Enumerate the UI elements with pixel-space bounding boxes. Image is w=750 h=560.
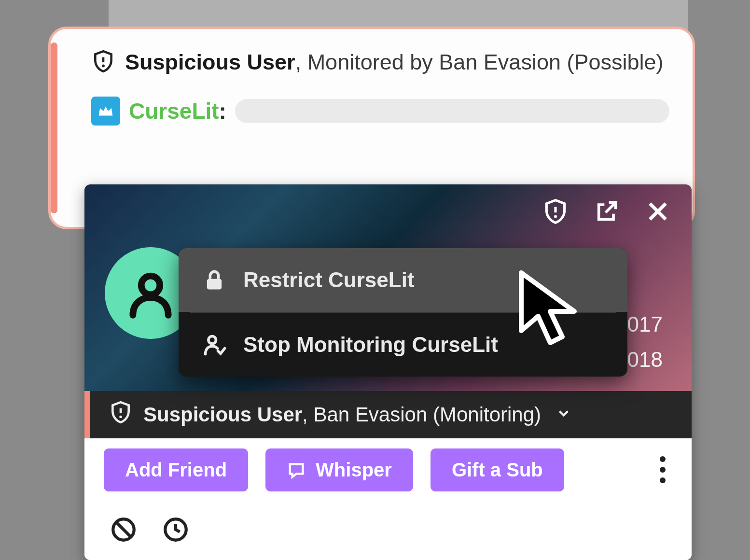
status-text: Suspicious User, Ban Evasion (Monitoring… [143,403,541,426]
close-icon[interactable] [644,198,671,227]
add-friend-button[interactable]: Add Friend [104,448,248,491]
menu-item-restrict[interactable]: Restrict CurseLit [179,248,627,312]
gift-sub-button[interactable]: Gift a Sub [431,448,564,491]
svg-line-12 [116,522,131,537]
accent-stripe [84,391,90,438]
popout-icon[interactable] [593,198,620,227]
chat-message-redacted [235,99,669,123]
button-label: Gift a Sub [452,459,543,481]
button-label: Add Friend [125,459,227,481]
suspicious-user-notice: Suspicious User, Monitored by Ban Evasio… [78,45,669,83]
menu-item-label: Stop Monitoring CurseLit [243,333,498,357]
svg-point-8 [208,336,216,344]
svg-point-10 [119,416,122,418]
menu-item-label: Restrict CurseLit [243,268,415,292]
mod-icons-row [84,501,692,560]
svg-point-1 [102,64,105,67]
lock-icon [202,267,227,293]
shield-alert-icon [91,49,115,83]
user-popout-card: 2017 2018 Restrict CurseLit Stop Monitor… [84,184,692,560]
svg-point-3 [554,215,557,218]
shield-alert-icon [109,400,133,429]
button-label: Whisper [316,459,392,481]
accent-stripe [51,42,57,213]
chat-username[interactable]: CurseLit: [129,98,226,124]
chat-line: CurseLit: [78,97,669,126]
chat-icon [287,460,306,479]
whisper-button[interactable]: Whisper [265,448,413,491]
status-bar[interactable]: Suspicious User, Ban Evasion (Monitoring… [84,391,692,438]
crown-badge-icon [91,97,120,126]
ban-icon[interactable] [110,516,138,546]
moderation-menu: Restrict CurseLit Stop Monitoring CurseL… [179,248,627,377]
svg-point-6 [141,276,160,295]
chevron-down-icon [556,403,572,426]
user-banner: 2017 2018 Restrict CurseLit Stop Monitor… [84,184,692,391]
svg-rect-7 [207,279,222,290]
suspicious-notice-text: Suspicious User, Monitored by Ban Evasio… [125,45,664,79]
shield-alert-icon[interactable] [542,198,569,227]
more-actions-button[interactable] [653,449,672,490]
timeout-icon[interactable] [162,516,190,546]
person-check-icon [202,332,227,357]
menu-item-stop-monitoring[interactable]: Stop Monitoring CurseLit [179,313,627,377]
action-row: Add Friend Whisper Gift a Sub [84,438,692,501]
